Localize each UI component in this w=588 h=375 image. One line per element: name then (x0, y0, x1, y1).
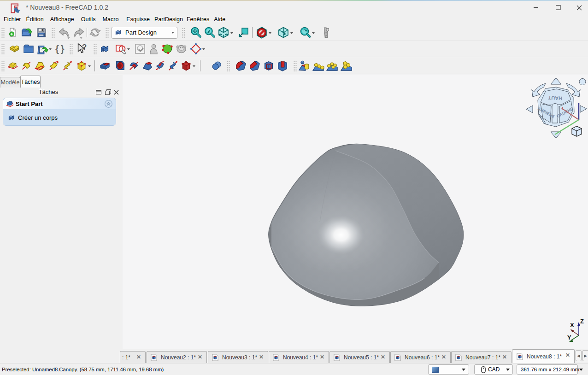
svg-text:X: X (570, 322, 574, 328)
svg-text:?: ? (82, 43, 87, 52)
svg-text:Z: Z (580, 318, 584, 325)
svg-text:Y: Y (567, 334, 571, 341)
svg-text:HAUT: HAUT (548, 95, 562, 101)
